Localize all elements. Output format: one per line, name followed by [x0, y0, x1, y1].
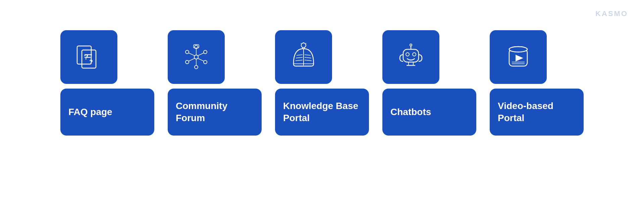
chatbots-label-box: Chatbots	[382, 89, 476, 136]
svg-text:?: ?	[84, 53, 88, 61]
svg-point-28	[301, 43, 306, 48]
community-forum-label-box: Community Forum	[168, 89, 262, 136]
svg-text:?: ?	[89, 59, 93, 65]
svg-line-19	[189, 53, 195, 56]
chatbots-label: Chatbots	[390, 106, 431, 118]
faq-label: FAQ page	[68, 106, 112, 118]
brand-logo: KASMO	[595, 9, 628, 18]
video-portal-label: Video-based Portal	[498, 100, 576, 124]
card-item-chatbots[interactable]: Chatbots	[382, 30, 476, 136]
knowledge-icon	[288, 42, 319, 72]
svg-line-22	[297, 55, 303, 55]
svg-line-15	[198, 53, 204, 56]
svg-line-23	[296, 57, 303, 58]
svg-point-10	[195, 65, 198, 69]
svg-line-27	[305, 60, 312, 61]
svg-line-32	[301, 43, 301, 44]
svg-point-35	[406, 53, 409, 56]
svg-point-8	[204, 50, 207, 54]
svg-line-25	[305, 55, 311, 55]
knowledge-base-label: Knowledge Base Portal	[283, 100, 361, 124]
video-icon	[503, 42, 533, 72]
svg-point-36	[413, 53, 416, 56]
video-portal-icon-box	[490, 30, 547, 84]
faq-icon-box: ? ?	[60, 30, 117, 84]
community-forum-icon-box	[168, 30, 225, 84]
cards-container: ? ? FAQ page	[0, 30, 644, 136]
svg-point-9	[204, 60, 207, 64]
forum-icon	[181, 42, 211, 72]
card-item-community-forum[interactable]: Community Forum	[168, 30, 262, 136]
chatbot-icon	[396, 42, 426, 72]
svg-point-38	[410, 44, 412, 46]
svg-line-33	[306, 43, 306, 44]
svg-line-26	[305, 57, 311, 58]
svg-line-18	[189, 58, 195, 61]
card-item-video-portal[interactable]: Video-based Portal	[490, 30, 584, 136]
svg-point-12	[185, 50, 189, 54]
video-portal-label-box: Video-based Portal	[490, 89, 584, 136]
svg-line-16	[198, 58, 204, 61]
knowledge-base-icon-box	[275, 30, 332, 84]
faq-label-box: FAQ page	[60, 89, 154, 136]
faq-icon: ? ?	[74, 42, 104, 72]
svg-marker-45	[516, 55, 523, 61]
card-item-faq[interactable]: ? ? FAQ page	[60, 30, 154, 136]
card-item-knowledge-base[interactable]: Knowledge Base Portal	[275, 30, 369, 136]
svg-point-11	[185, 60, 189, 64]
svg-point-44	[509, 47, 527, 52]
knowledge-base-label-box: Knowledge Base Portal	[275, 89, 369, 136]
svg-line-24	[296, 60, 303, 61]
chatbots-icon-box	[382, 30, 439, 84]
community-forum-label: Community Forum	[176, 100, 254, 124]
svg-point-6	[194, 55, 198, 59]
